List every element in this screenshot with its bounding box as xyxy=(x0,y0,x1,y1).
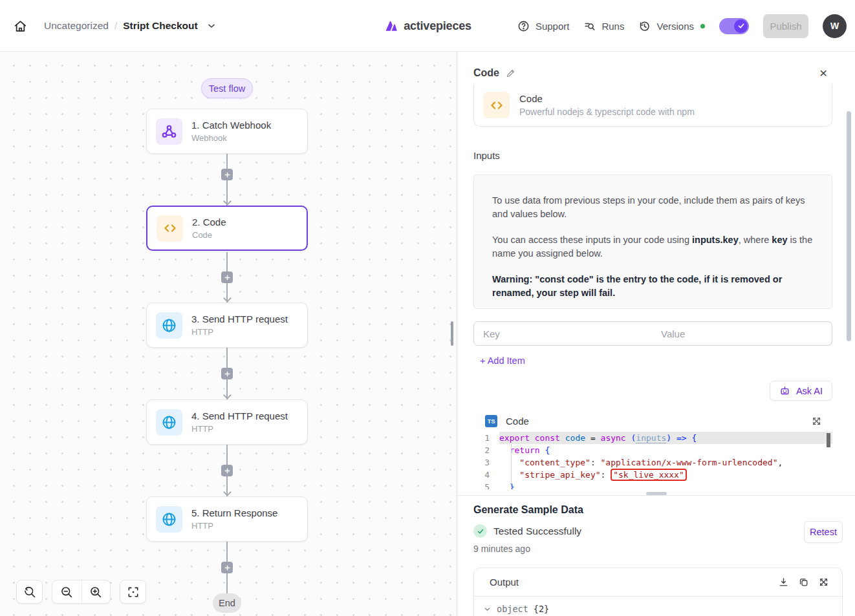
code-lines[interactable]: 1export const code = async (inputs) => {… xyxy=(473,432,832,489)
code-token: , xyxy=(777,458,783,467)
flow-node-return-response[interactable]: 5. Return Response HTTP xyxy=(146,496,308,542)
add-step-button[interactable] xyxy=(221,169,233,180)
zoom-out-button[interactable] xyxy=(52,580,81,603)
panel-scrollbar[interactable] xyxy=(847,111,851,341)
code-line[interactable]: 1export const code = async (inputs) => { xyxy=(473,432,832,444)
code-token: => xyxy=(676,433,687,443)
flow-node-code[interactable]: 2. Code Code xyxy=(146,206,308,251)
add-step-button[interactable] xyxy=(221,562,233,573)
line-number: 1 xyxy=(473,432,499,444)
node-title: 3. Send HTTP request xyxy=(191,313,288,324)
code-token: = xyxy=(585,433,600,443)
add-step-button[interactable] xyxy=(221,368,233,379)
support-label: Support xyxy=(536,21,570,32)
support-button[interactable]: Support xyxy=(517,20,570,32)
brand-logo: activepieces xyxy=(384,0,471,52)
runs-label: Runs xyxy=(601,21,624,32)
line-number: 5 xyxy=(473,481,499,489)
home-button[interactable] xyxy=(9,15,31,37)
add-step-button[interactable] xyxy=(221,465,233,476)
output-node-count: {2} xyxy=(534,604,549,614)
collaboration-toggle[interactable] xyxy=(719,18,749,34)
expand-output-icon[interactable] xyxy=(818,577,829,588)
api-key-highlight-box: "sk_live_xxxx" xyxy=(611,469,687,481)
code-line[interactable]: 3 "content_type": "application/x-www-for… xyxy=(473,456,832,469)
code-token xyxy=(671,433,676,443)
inputs-help-box: To use data from previous steps in your … xyxy=(473,175,832,309)
chevron-down-icon[interactable] xyxy=(206,21,217,31)
publish-button[interactable]: Publish xyxy=(763,14,808,38)
add-item-button[interactable]: + Add Item xyxy=(480,356,525,366)
code-line[interactable]: 4 "stripe_api_key": "sk_live_xxxx" xyxy=(473,469,832,481)
code-line[interactable]: 5 } xyxy=(473,481,832,489)
zoom-reset-button[interactable] xyxy=(16,580,43,604)
user-avatar[interactable]: W xyxy=(823,14,847,38)
node-subtitle: Webhook xyxy=(191,133,271,143)
test-flow-button[interactable]: Test flow xyxy=(201,78,253,98)
step-settings-panel: Code × Code Powerful nodejs & typescript… xyxy=(457,52,855,616)
step-card-subtitle: Powerful nodejs & typescript code with n… xyxy=(519,107,695,117)
edit-name-pencil-icon[interactable] xyxy=(506,69,515,78)
node-title: 1. Catch Webhook xyxy=(191,120,271,131)
globe-icon xyxy=(156,312,182,339)
breadcrumb: Uncategorized / Stript Checkout xyxy=(44,20,217,32)
code-token: return xyxy=(510,445,540,455)
fit-view-button[interactable] xyxy=(120,580,146,604)
code-token: const xyxy=(535,433,560,443)
node-title: 4. Send HTTP request xyxy=(191,410,288,421)
code-token xyxy=(560,433,565,443)
code-scrollbar[interactable] xyxy=(827,433,830,447)
versions-history-icon xyxy=(638,20,651,32)
versions-button[interactable]: Versions xyxy=(638,20,694,32)
code-token: : xyxy=(601,470,611,480)
value-input[interactable] xyxy=(652,321,832,346)
code-token: "content_type" xyxy=(519,458,590,467)
output-tree-node[interactable]: object {2} xyxy=(474,597,842,614)
node-subtitle: Code xyxy=(192,230,226,240)
flow-node-http-2[interactable]: 4. Send HTTP request HTTP xyxy=(146,399,308,445)
version-status-dot xyxy=(700,24,705,28)
code-editor[interactable]: TS Code 1export const code = async (inpu… xyxy=(473,410,832,489)
panel-resize-handle-vertical[interactable] xyxy=(451,321,453,346)
ask-ai-button[interactable]: Ask AI xyxy=(770,381,832,401)
runs-button[interactable]: Runs xyxy=(583,20,624,32)
line-number: 3 xyxy=(473,456,499,469)
fit-view-icon xyxy=(127,586,140,599)
breadcrumb-category[interactable]: Uncategorized xyxy=(44,20,109,32)
flow-name[interactable]: Stript Checkout xyxy=(123,20,197,32)
globe-icon xyxy=(156,506,182,533)
zoom-in-button[interactable] xyxy=(81,580,111,603)
download-output-icon[interactable] xyxy=(778,577,789,588)
end-badge: End xyxy=(213,593,241,613)
code-token xyxy=(499,458,519,467)
retest-button[interactable]: Retest xyxy=(804,521,843,543)
code-token: inputs xyxy=(636,433,666,443)
flow-node-catch-webhook[interactable]: 1. Catch Webhook Webhook xyxy=(146,109,308,154)
key-input[interactable] xyxy=(473,321,653,346)
expand-code-icon[interactable] xyxy=(811,416,822,427)
code-token: { xyxy=(540,445,550,455)
add-step-button[interactable] xyxy=(221,271,233,283)
activepieces-logo-icon xyxy=(384,19,398,34)
output-card: Output object {2} xyxy=(473,568,843,616)
node-subtitle: HTTP xyxy=(191,521,277,531)
zoom-group xyxy=(52,580,111,604)
connector xyxy=(211,542,243,593)
panel-title: Code xyxy=(473,67,499,79)
connector xyxy=(211,348,243,399)
globe-icon xyxy=(156,409,182,436)
robot-icon xyxy=(779,385,790,396)
home-icon xyxy=(14,19,27,33)
flow-canvas[interactable]: Test flow 1. Catch Webhook Webhook xyxy=(0,52,457,616)
node-title: 5. Return Response xyxy=(191,507,277,518)
inputs-label: Inputs xyxy=(473,150,500,161)
panel-resize-handle-horizontal[interactable] xyxy=(646,492,667,495)
close-panel-button[interactable]: × xyxy=(819,66,827,80)
top-header: Uncategorized / Stript Checkout activepi… xyxy=(0,0,855,52)
code-token: code xyxy=(565,433,585,443)
copy-output-icon[interactable] xyxy=(798,577,809,588)
object-chevron-icon[interactable] xyxy=(483,605,492,613)
flow-node-http-1[interactable]: 3. Send HTTP request HTTP xyxy=(146,303,308,348)
code-line[interactable]: 2 return { xyxy=(473,444,832,456)
output-node-type: object xyxy=(497,604,528,614)
